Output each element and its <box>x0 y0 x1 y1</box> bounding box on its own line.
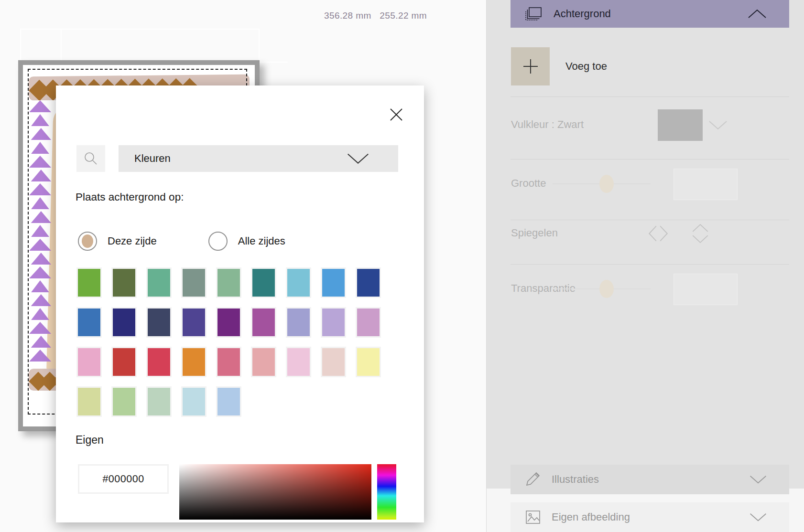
hue-slider[interactable] <box>377 464 396 520</box>
divider <box>511 264 789 265</box>
close-icon <box>389 107 404 122</box>
color-swatch[interactable] <box>356 347 381 377</box>
color-palette <box>76 267 391 426</box>
size-value-box[interactable] <box>674 169 738 200</box>
add-background-button[interactable] <box>511 47 550 85</box>
color-swatch[interactable] <box>321 307 346 338</box>
guide-line-vertical <box>61 29 62 63</box>
color-swatch[interactable] <box>181 267 206 298</box>
color-swatch[interactable] <box>216 307 241 338</box>
flip-vertical-icon[interactable] <box>689 223 711 245</box>
color-swatch[interactable] <box>286 267 311 298</box>
category-dropdown-value: Kleuren <box>134 152 171 165</box>
guide-line-horizontal <box>258 62 288 63</box>
transparency-slider-knob[interactable] <box>599 280 614 298</box>
custom-color-label: Eigen <box>76 434 104 447</box>
search-icon <box>83 151 98 166</box>
color-swatch[interactable] <box>286 347 311 377</box>
layers-icon <box>524 5 543 22</box>
image-icon <box>525 510 541 525</box>
radio-deze-zijde-label: Deze zijde <box>108 235 157 247</box>
card-editor-app: 356.28 mm 255.22 mm ◆◆◆◆◆◆◆◆◆◆◆◆ ◆◆◆◆◆◆◆… <box>0 0 804 532</box>
chevron-down-icon <box>734 512 768 522</box>
close-dialog-button[interactable] <box>388 106 404 123</box>
background-color-dialog: Kleuren Plaats achtergrond op: Deze zijd… <box>56 85 424 522</box>
mirror-label: Spiegelen <box>511 227 558 239</box>
color-swatch[interactable] <box>181 307 206 338</box>
radio-alle-zijdes-label: Alle zijdes <box>238 235 285 247</box>
radio-deze-zijde[interactable] <box>78 232 97 251</box>
placement-options: Deze zijde Alle zijdes <box>78 232 285 251</box>
color-swatch[interactable] <box>251 307 276 338</box>
radio-dot <box>212 234 224 248</box>
color-swatch[interactable] <box>111 347 137 377</box>
add-background-label: Voeg toe <box>565 47 607 85</box>
color-swatch[interactable] <box>321 267 346 298</box>
color-swatch[interactable] <box>111 267 137 298</box>
placement-label: Plaats achtergrond op: <box>76 191 184 203</box>
section-eigen-afbeelding[interactable]: Eigen afbeelding <box>511 502 789 532</box>
category-dropdown[interactable]: Kleuren <box>119 145 398 172</box>
chevron-down-icon[interactable] <box>707 120 728 130</box>
fill-color-swatch[interactable] <box>658 109 703 141</box>
size-label: Grootte <box>511 177 546 190</box>
chevron-up-icon[interactable] <box>733 9 768 19</box>
color-swatch[interactable] <box>181 386 206 417</box>
color-swatch[interactable] <box>321 347 346 377</box>
size-slider-knob[interactable] <box>599 175 614 193</box>
color-swatch[interactable] <box>216 267 241 298</box>
color-swatch[interactable] <box>146 307 172 338</box>
chevron-down-icon <box>346 152 370 165</box>
color-swatch[interactable] <box>111 386 137 417</box>
color-swatch[interactable] <box>76 347 102 377</box>
color-swatch[interactable] <box>251 267 276 298</box>
color-swatch[interactable] <box>146 347 172 377</box>
chevron-down-icon <box>734 475 768 484</box>
section-illustraties-label: Illustraties <box>552 473 599 486</box>
saturation-gradient[interactable] <box>179 464 371 520</box>
plus-icon <box>522 57 540 75</box>
color-swatch[interactable] <box>76 386 102 417</box>
panel-header-label: Achtergrond <box>554 8 611 20</box>
color-swatch[interactable] <box>111 307 137 338</box>
section-illustraties[interactable]: Illustraties <box>511 465 789 494</box>
color-swatch[interactable] <box>76 267 102 298</box>
transparency-value-box[interactable] <box>674 274 738 305</box>
color-swatch[interactable] <box>76 307 102 338</box>
radio-alle-zijdes[interactable] <box>208 232 228 251</box>
divider <box>511 159 789 160</box>
divider <box>511 220 789 220</box>
search-button[interactable] <box>76 145 105 172</box>
hex-color-value: #000000 <box>102 473 144 485</box>
color-swatch[interactable] <box>251 347 276 377</box>
color-swatch[interactable] <box>356 267 381 298</box>
section-eigen-afbeelding-label: Eigen afbeelding <box>552 511 630 523</box>
color-swatch[interactable] <box>181 347 206 377</box>
color-swatch[interactable] <box>146 386 172 417</box>
divider <box>511 96 789 97</box>
settings-sidebar: Achtergrond Voeg toe Vulkleur : Zwart Gr… <box>486 0 804 532</box>
card-dimensions: 356.28 mm 255.22 mm <box>287 11 427 21</box>
color-swatch[interactable] <box>356 307 381 338</box>
flip-horizontal-icon[interactable] <box>647 223 669 245</box>
color-swatch[interactable] <box>216 347 241 377</box>
card-width-value: 356.28 mm <box>324 11 371 21</box>
card-height-value: 255.22 mm <box>380 11 427 21</box>
color-swatch[interactable] <box>286 307 311 338</box>
panel-header-achtergrond[interactable]: Achtergrond <box>511 0 789 28</box>
radio-selected-dot <box>82 234 93 248</box>
hex-color-input[interactable]: #000000 <box>78 464 169 494</box>
fill-color-label: Vulkleur : Zwart <box>511 118 584 131</box>
pencil-icon <box>525 471 541 488</box>
color-swatch[interactable] <box>216 386 241 417</box>
color-swatch[interactable] <box>146 267 172 298</box>
